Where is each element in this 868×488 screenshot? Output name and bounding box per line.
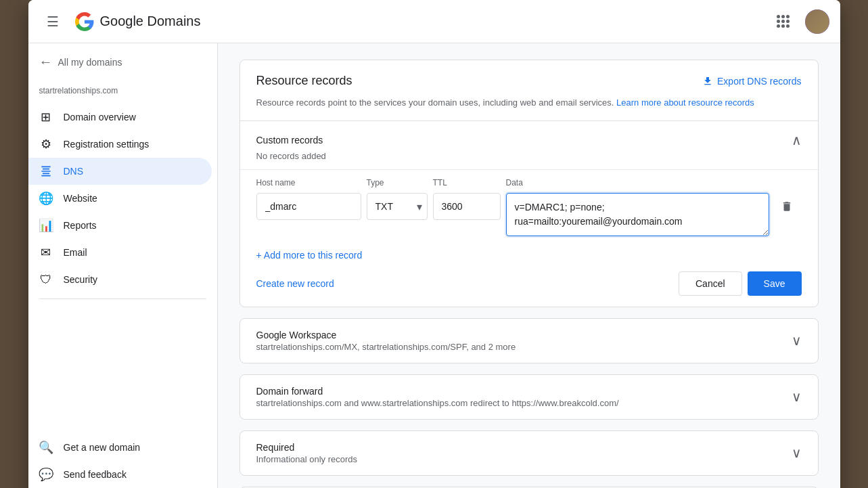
required-title: Required [256,442,358,453]
avatar[interactable] [805,9,829,34]
required-section: Required Informational only records ∨ [239,430,819,476]
domain-name: startrelationships.com [28,81,217,104]
email-icon: ✉ [39,246,53,259]
dns-record-form: Host name Type TTL Data TXT A [240,169,818,247]
export-label: Export DNS records [717,76,801,87]
no-records-text: No records added [240,151,818,169]
chevron-down-icon: ∨ [792,332,802,349]
add-more-link[interactable]: + Add more to this record [256,250,363,261]
create-new-record-button[interactable]: Create new record [256,278,334,289]
type-select-wrapper: TXT A AAAA CNAME MX ▾ [367,193,428,220]
back-nav[interactable]: ← All my domains [28,49,217,81]
main-content: Resource records Export DNS records Reso… [218,43,840,488]
chevron-down-icon: ∨ [792,445,802,461]
sidebar-label-send-feedback: Send feedback [64,469,127,480]
sidebar-item-reports[interactable]: 📊 Reports [28,212,212,239]
sidebar: ← All my domains startrelationships.com … [28,43,218,488]
collapse-icon[interactable]: ∧ [792,132,802,148]
delete-icon [781,200,793,213]
required-header[interactable]: Required Informational only records ∨ [240,431,818,475]
app-logo[interactable]: Google Domains [74,12,201,32]
google-icon [74,12,95,32]
menu-icon[interactable]: ☰ [39,8,66,35]
dns-icon [39,164,53,178]
host-name-column-label: Host name [256,178,361,187]
chevron-down-icon: ∨ [792,389,802,405]
sidebar-label-dns: DNS [64,166,84,177]
grid-icon: ⊞ [39,110,53,124]
sidebar-item-get-new-domain[interactable]: 🔍 Get a new domain [28,434,212,461]
reports-icon: 📊 [39,219,53,232]
custom-records-header: Custom records ∧ [240,121,818,151]
domain-forward-section: Domain forward startrelationships.com an… [239,374,819,420]
custom-records-section: Custom records ∧ No records added Host n… [240,120,818,307]
resource-records-title: Resource records [256,74,352,88]
domain-forward-title: Domain forward [256,386,619,397]
required-info: Required Informational only records [256,442,358,464]
sidebar-label-domain-overview: Domain overview [64,112,136,123]
host-name-input[interactable] [256,193,361,220]
type-select[interactable]: TXT A AAAA CNAME MX [367,193,428,220]
domain-forward-header[interactable]: Domain forward startrelationships.com an… [240,375,818,419]
sidebar-bottom: 🔍 Get a new domain 💬 Send feedback ❓ Hel… [28,434,217,489]
sidebar-item-send-feedback[interactable]: 💬 Send feedback [28,461,212,488]
domain-forward-info: Domain forward startrelationships.com an… [256,386,619,408]
ttl-input[interactable] [433,193,501,220]
google-workspace-header[interactable]: Google Workspace startrelationships.com/… [240,319,818,363]
website-icon: 🌐 [39,192,53,205]
sidebar-item-dns[interactable]: DNS [28,158,212,185]
data-column-label: Data [506,178,769,187]
required-subtitle: Informational only records [256,454,358,464]
export-icon [702,76,713,87]
custom-records-title: Custom records [256,135,323,146]
resource-records-description: Resource records point to the services y… [240,96,818,120]
google-workspace-title: Google Workspace [256,330,516,340]
settings-icon: ⚙ [39,137,53,151]
google-workspace-subtitle: startrelationships.com/MX, startrelation… [256,342,516,352]
resource-records-card: Resource records Export DNS records Reso… [239,60,819,307]
ttl-column-label: TTL [433,178,501,187]
feedback-icon: 💬 [39,468,53,481]
app-header: ☰ Google Domains [28,0,840,43]
resource-records-header: Resource records Export DNS records [240,60,818,96]
search-icon: 🔍 [39,441,53,454]
domain-forward-subtitle: startrelationships.com and www.startrela… [256,398,619,408]
main-layout: ← All my domains startrelationships.com … [28,43,840,488]
sidebar-item-email[interactable]: ✉ Email [28,239,212,266]
sidebar-item-website[interactable]: 🌐 Website [28,185,212,212]
google-workspace-info: Google Workspace startrelationships.com/… [256,330,516,352]
sidebar-label-reports: Reports [64,220,97,231]
sidebar-item-registration-settings[interactable]: ⚙ Registration settings [28,131,212,158]
cancel-button[interactable]: Cancel [679,271,742,296]
add-more-row: + Add more to this record [240,247,818,266]
action-buttons: Cancel Save [679,271,802,296]
sidebar-item-domain-overview[interactable]: ⊞ Domain overview [28,104,212,131]
dns-record-row: TXT A AAAA CNAME MX ▾ v=DMARC1; p=none; … [256,193,802,236]
nav-divider [39,298,206,299]
sidebar-label-get-new-domain: Get a new domain [64,442,141,453]
apps-grid-icon[interactable] [770,8,797,35]
security-icon: 🛡 [39,273,53,286]
sidebar-label-registration-settings: Registration settings [64,139,150,150]
save-button[interactable]: Save [748,271,802,296]
back-arrow-icon: ← [39,54,53,70]
learn-more-link[interactable]: Learn more about resource records [616,97,754,108]
form-actions: Create new record Cancel Save [240,266,818,307]
export-dns-link[interactable]: Export DNS records [702,76,801,87]
sidebar-label-email: Email [64,247,87,258]
sidebar-label-website: Website [64,193,97,204]
sidebar-label-security: Security [64,274,98,285]
google-workspace-section: Google Workspace startrelationships.com/… [239,318,819,363]
app-name: Google Domains [100,14,201,29]
data-textarea[interactable]: v=DMARC1; p=none; rua=mailto:youremail@y… [506,193,769,236]
form-columns-header: Host name Type TTL Data [256,178,802,190]
sidebar-item-security[interactable]: 🛡 Security [28,266,212,293]
delete-record-button[interactable] [775,194,799,219]
back-nav-label: All my domains [58,57,122,68]
type-column-label: Type [367,178,428,187]
